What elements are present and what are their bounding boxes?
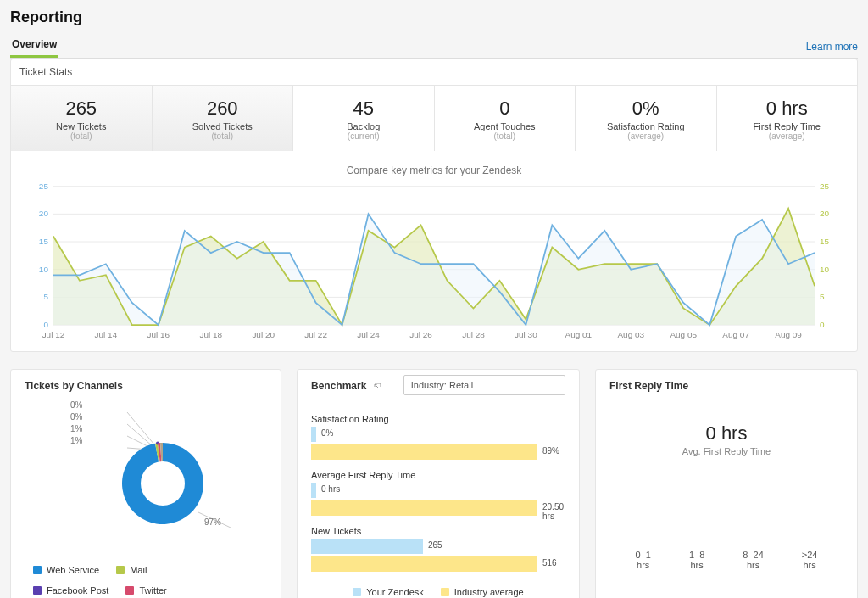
channels-title: Tickets by Channels <box>11 370 281 400</box>
svg-text:25: 25 <box>820 182 829 191</box>
svg-text:0: 0 <box>820 320 825 329</box>
reply-bucket: 8–24hrs <box>743 550 763 570</box>
donut-callout: 1% <box>70 424 82 433</box>
stat-card[interactable]: 0Agent Touches(total) <box>435 86 576 151</box>
svg-text:Jul 18: Jul 18 <box>199 331 222 340</box>
donut-chart: 0% 0% 1% 1% 97% <box>11 400 281 558</box>
svg-text:15: 15 <box>820 237 829 246</box>
stat-value: 45 <box>300 98 427 120</box>
svg-text:Jul 20: Jul 20 <box>252 331 275 340</box>
stat-card[interactable]: 260Solved Tickets(total) <box>153 86 294 151</box>
chart-title: Compare key metrics for your Zendesk <box>11 151 857 182</box>
benchmark-bar-industry: 516 <box>311 556 565 572</box>
svg-text:Aug 07: Aug 07 <box>722 331 749 340</box>
svg-text:Aug 05: Aug 05 <box>670 331 697 340</box>
svg-text:15: 15 <box>39 237 48 246</box>
svg-text:20: 20 <box>39 209 49 218</box>
legend-item: Web Service <box>33 565 99 575</box>
first-reply-body: 0 hrs Avg. First Reply Time <box>596 400 857 456</box>
stat-value: 260 <box>159 98 287 120</box>
stat-card[interactable]: 0 hrsFirst Reply Time(average) <box>717 86 858 151</box>
svg-text:5: 5 <box>43 292 48 301</box>
donut-callout: 97% <box>204 517 221 527</box>
ticket-stats-panel: Ticket Stats 265New Tickets(total)260Sol… <box>10 59 858 352</box>
benchmark-bar-industry: 20.50 hrs <box>311 500 565 516</box>
main-line-chart: 00551010151520202525Jul 12Jul 14Jul 16Ju… <box>11 182 857 351</box>
channels-legend: Web ServiceMailFacebook PostTwitterVoice… <box>11 558 281 598</box>
industry-dropdown[interactable]: Industry: Retail <box>403 375 565 395</box>
stat-card[interactable]: 45Backlog(current) <box>293 86 435 151</box>
benchmark-bar-industry: 89% <box>311 444 565 460</box>
svg-text:Jul 30: Jul 30 <box>515 331 537 340</box>
stat-sub: (current) <box>300 131 427 141</box>
tabs-row: Overview Learn more <box>10 33 858 59</box>
reply-bucket: >24hrs <box>802 550 818 570</box>
stat-value: 0% <box>582 98 709 120</box>
first-reply-buckets: 0–1hrs1–8hrs8–24hrs>24hrs <box>596 456 857 585</box>
stat-sub: (average) <box>724 131 851 141</box>
benchmark-panel: Benchmark Industry: Retail Satisfaction … <box>297 369 580 598</box>
svg-text:20: 20 <box>820 209 830 218</box>
benchmark-bar-your: 0 hrs <box>311 483 565 498</box>
stat-label: Satisfaction Rating <box>582 121 709 131</box>
reply-bucket: 0–1hrs <box>636 550 651 570</box>
stat-sub: (total) <box>18 131 145 141</box>
stat-row: 265New Tickets(total)260Solved Tickets(t… <box>11 86 857 151</box>
first-reply-title: First Reply Time <box>596 370 857 400</box>
legend-your-zendesk: Your Zendesk <box>353 587 423 597</box>
stat-sub: (total) <box>442 131 569 141</box>
svg-text:Jul 22: Jul 22 <box>304 331 327 340</box>
legend-industry-avg: Industry average <box>441 587 524 597</box>
svg-text:Jul 16: Jul 16 <box>147 331 170 340</box>
bottom-row: Tickets by Channels 0% 0% 1% 1% 97% Web … <box>10 369 858 598</box>
benchmark-title: Benchmark <box>311 370 395 400</box>
first-reply-panel: First Reply Time 0 hrs Avg. First Reply … <box>595 369 858 598</box>
stat-label: Backlog <box>300 121 427 131</box>
tab-overview[interactable]: Overview <box>10 33 58 58</box>
external-link-icon[interactable] <box>373 383 381 391</box>
stat-card[interactable]: 0%Satisfaction Rating(average) <box>576 86 717 151</box>
svg-text:Aug 09: Aug 09 <box>775 331 802 340</box>
svg-text:Jul 14: Jul 14 <box>95 331 118 340</box>
benchmark-bar-your: 0% <box>311 427 565 442</box>
svg-text:25: 25 <box>39 182 48 191</box>
stat-value: 265 <box>18 98 145 120</box>
donut-callout: 0% <box>70 412 82 422</box>
svg-text:Jul 12: Jul 12 <box>42 331 65 340</box>
benchmark-legend: Your Zendesk Industry average <box>298 572 579 598</box>
benchmark-bar-your: 265 <box>311 539 565 554</box>
first-reply-sub: Avg. First Reply Time <box>596 446 857 456</box>
stat-sub: (total) <box>159 131 287 141</box>
stat-label: New Tickets <box>18 121 145 131</box>
benchmark-head: Benchmark Industry: Retail <box>298 370 579 400</box>
ticket-stats-header: Ticket Stats <box>11 59 857 86</box>
stat-label: First Reply Time <box>724 121 851 131</box>
donut-callout: 1% <box>70 436 82 445</box>
channels-panel: Tickets by Channels 0% 0% 1% 1% 97% Web … <box>10 369 281 598</box>
legend-item: Twitter <box>125 585 186 595</box>
svg-text:Aug 01: Aug 01 <box>565 331 593 340</box>
svg-text:Aug 03: Aug 03 <box>617 331 644 340</box>
svg-text:Jul 28: Jul 28 <box>462 331 485 340</box>
stat-label: Agent Touches <box>442 121 569 131</box>
svg-text:5: 5 <box>820 292 825 301</box>
learn-more-link[interactable]: Learn more <box>806 41 858 58</box>
svg-text:0: 0 <box>43 320 48 329</box>
stat-sub: (average) <box>582 131 709 141</box>
stat-label: Solved Tickets <box>159 121 287 131</box>
benchmark-row-label: Average First Reply Time <box>311 470 565 480</box>
stat-value: 0 hrs <box>724 98 851 120</box>
benchmark-row-label: New Tickets <box>311 526 565 536</box>
svg-point-39 <box>141 461 185 506</box>
first-reply-value: 0 hrs <box>596 422 857 444</box>
donut-callout: 0% <box>70 400 82 410</box>
legend-item: Facebook Post <box>33 585 108 595</box>
stat-card[interactable]: 265New Tickets(total) <box>11 86 153 151</box>
legend-item: Mail <box>116 565 177 575</box>
svg-line-33 <box>127 412 154 444</box>
benchmark-row-label: Satisfaction Rating <box>311 414 565 424</box>
page-title: Reporting <box>10 8 858 26</box>
svg-text:Jul 26: Jul 26 <box>409 331 432 340</box>
svg-text:Jul 24: Jul 24 <box>357 331 380 340</box>
svg-text:10: 10 <box>820 265 830 274</box>
